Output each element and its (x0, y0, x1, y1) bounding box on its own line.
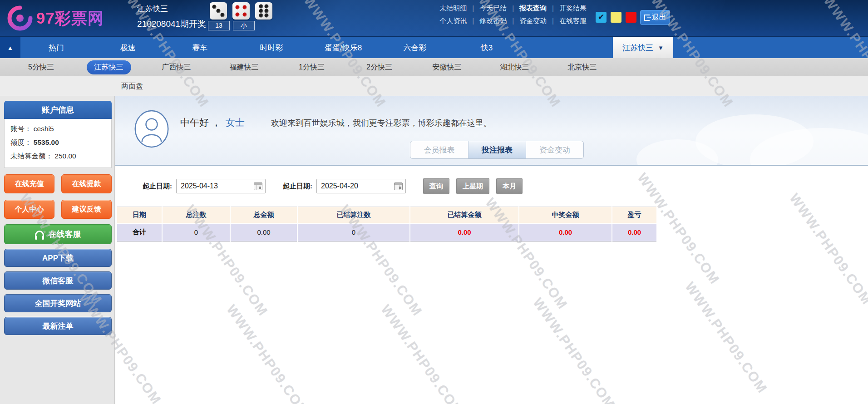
theme-swatch-red[interactable] (626, 12, 636, 23)
unsettled-value: 250.00 (54, 152, 76, 160)
this-month-button[interactable]: 本月 (496, 178, 523, 194)
col-total-bets: 总注数 (162, 207, 230, 223)
logout-icon (644, 15, 650, 21)
header-links-row2: 个人资讯|修改密码|资金变动|在线客服 (439, 17, 587, 25)
national-draw-site-button[interactable]: 全国开奖网站 (4, 294, 112, 312)
link-draw-results[interactable]: 开奖结果 (559, 4, 587, 12)
link-change-password[interactable]: 修改密码 (479, 17, 507, 25)
separator: | (472, 17, 474, 25)
site-logo[interactable]: 97彩票网 (7, 5, 104, 32)
app-download-button[interactable]: APP下载 (4, 249, 112, 267)
dice-result (210, 2, 272, 20)
sub-nav-item-fujian[interactable]: 福建快三 (210, 63, 278, 72)
sub-nav-item-5min[interactable]: 5分快三 (7, 63, 75, 72)
tab-member-report[interactable]: 会员报表 (410, 141, 468, 158)
account-label: 账号： (10, 125, 32, 133)
tab-fund-changes[interactable]: 资金变动 (526, 141, 583, 158)
nav-collapse-button[interactable]: ▲ (0, 37, 20, 59)
nav-item-hot[interactable]: 热门 (20, 37, 92, 59)
withdraw-button[interactable]: 在线提款 (61, 174, 112, 193)
link-fund-changes[interactable]: 资金变动 (519, 17, 547, 25)
greeting-hello: 中午好 ， (180, 116, 221, 129)
calendar-icon[interactable] (394, 182, 403, 190)
wechat-service-button[interactable]: 微信客服 (4, 271, 112, 290)
nav-item-liuhecai[interactable]: 六合彩 (379, 37, 451, 59)
theme-swatch-checked-icon[interactable]: ✔ (596, 12, 607, 23)
header: 97彩票网 江苏快三 210208041期开奖 13 小 未结明细|今天已结|报… (0, 0, 868, 36)
greeting-user[interactable]: 女士 (226, 116, 245, 129)
board-type-bar: 两面盘 (0, 76, 868, 96)
link-settled-today[interactable]: 今天已结 (479, 4, 507, 12)
calendar-icon[interactable] (254, 182, 262, 190)
active-pill: 江苏快三 (87, 60, 131, 74)
logo-text: 97彩票网 (36, 8, 104, 29)
sub-nav-item-2min[interactable]: 2分快三 (345, 63, 413, 72)
header-links-row1: 未结明细|今天已结|报表查询|开奖结果 (439, 4, 587, 13)
col-profit: 盈亏 (612, 207, 657, 223)
account-panel-title: 账户信息 (4, 101, 112, 119)
sub-nav-item-hubei[interactable]: 湖北快三 (481, 63, 548, 72)
tab-bet-report[interactable]: 投注报表 (468, 141, 526, 158)
nav-item-shishicai[interactable]: 时时彩 (236, 37, 307, 59)
avatar (133, 109, 170, 149)
sub-nav-item-beijing[interactable]: 北京快三 (548, 63, 616, 72)
nav-item-dandan-kuaile8[interactable]: 蛋蛋/快乐8 (307, 37, 379, 59)
lottery-select-dropdown[interactable]: 江苏快三 ▼ (613, 37, 673, 59)
link-online-service[interactable]: 在线客服 (559, 17, 587, 25)
sidebar-quick-buttons: 在线充值 在线提款 个人中心 建议反馈 (4, 174, 112, 219)
dropdown-label: 江苏快三 (622, 43, 653, 53)
sub-nav-item-anhui[interactable]: 安徽快三 (413, 63, 481, 72)
end-date-input[interactable] (316, 179, 406, 193)
sub-nav-item-1min[interactable]: 1分快三 (278, 63, 345, 72)
draw-info: 210208041期开奖 (137, 18, 206, 30)
die-1-icon (210, 2, 227, 20)
search-button[interactable]: 查询 (423, 178, 449, 194)
start-date-label: 起止日期: (143, 182, 172, 191)
separator: | (512, 4, 514, 12)
separator: | (552, 17, 554, 25)
online-service-label: 在线客服 (49, 229, 81, 240)
end-date-label: 起止日期: (283, 182, 312, 191)
link-unsettled-detail[interactable]: 未结明细 (439, 4, 467, 12)
sub-nav: 5分快三 江苏快三 广西快三 福建快三 1分快三 2分快三 安徽快三 湖北快三 … (0, 58, 868, 76)
chevron-down-icon: ▼ (658, 44, 664, 51)
logout-button[interactable]: 退出 (640, 10, 670, 25)
main-content: 中午好 ， 女士 欢迎来到百世娱乐城，我们更专注彩票，博彩乐趣都在这里。 会员报… (115, 96, 868, 404)
start-date-input[interactable] (176, 179, 266, 193)
latest-bets-button[interactable]: 最新注单 (4, 317, 112, 335)
report-table: 日期 总注数 总金额 已结算注数 已结算金额 中奖金额 盈亏 合计 0 0.00… (116, 207, 657, 241)
last-week-button[interactable]: 上星期 (456, 178, 489, 194)
theme-swatch-yellow[interactable] (611, 12, 621, 23)
lottery-name: 江苏快三 (137, 4, 206, 14)
feedback-button[interactable]: 建议反馈 (61, 200, 112, 219)
link-report-query[interactable]: 报表查询 (519, 4, 547, 12)
start-date-wrap (176, 179, 266, 193)
main-nav: ▲ 热门 极速 赛车 时时彩 蛋蛋/快乐8 六合彩 快3 江苏快三 ▼ (0, 36, 868, 58)
end-date-wrap (316, 179, 406, 193)
draw-size-badge: 小 (233, 21, 255, 30)
balance-value: 5535.00 (34, 138, 59, 146)
sub-nav-item-guangxi[interactable]: 广西快三 (143, 63, 210, 72)
date-filter-row: 起止日期: 起止日期: 查询 上星期 本月 (143, 177, 529, 195)
nav-item-speed[interactable]: 极速 (92, 37, 164, 59)
greeting-welcome: 欢迎来到百世娱乐城，我们更专注彩票，博彩乐趣都在这里。 (271, 118, 492, 128)
cell-settled-amount: 0.00 (410, 223, 519, 241)
draw-sum-badge: 13 (208, 21, 230, 30)
link-profile[interactable]: 个人资讯 (439, 17, 467, 25)
col-total-amount: 总金额 (230, 207, 297, 223)
balance-line: 额度： 5535.00 (10, 138, 105, 148)
deposit-button[interactable]: 在线充值 (4, 174, 54, 193)
cell-profit: 0.00 (612, 223, 657, 241)
sub-nav-item-jiangsu[interactable]: 江苏快三 (75, 60, 143, 74)
online-service-button[interactable]: 在线客服 (4, 224, 112, 244)
nav-item-kuai3[interactable]: 快3 (451, 37, 523, 59)
board-item-two-sided[interactable]: 两面盘 (121, 76, 143, 96)
col-win-amount: 中奖金额 (519, 207, 612, 223)
personal-center-button[interactable]: 个人中心 (4, 200, 54, 219)
die-3-icon (255, 2, 272, 20)
nav-item-racing[interactable]: 赛车 (164, 37, 236, 59)
page: 97彩票网 江苏快三 210208041期开奖 13 小 未结明细|今天已结|报… (0, 0, 868, 404)
header-links: 未结明细|今天已结|报表查询|开奖结果 个人资讯|修改密码|资金变动|在线客服 (439, 4, 587, 30)
cell-total-label: 合计 (117, 223, 162, 241)
col-settled-amount: 已结算金额 (410, 207, 519, 223)
